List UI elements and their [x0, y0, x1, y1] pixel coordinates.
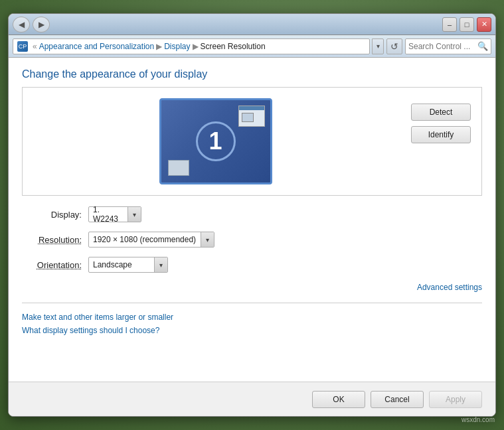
mini-window — [242, 113, 254, 122]
identify-button[interactable]: Identify — [411, 126, 471, 143]
page-title: Change the appearance of your display — [22, 68, 482, 80]
orientation-dropdown-arrow: ▾ — [154, 257, 167, 272]
window-controls: – □ ✕ — [442, 17, 491, 32]
page-header: Change the appearance of your display — [9, 58, 495, 87]
search-box: 🔍 — [405, 38, 491, 54]
resolution-dropdown[interactable]: 1920 × 1080 (recommended) ▾ — [88, 232, 214, 248]
advanced-link-container: Advanced settings — [9, 282, 495, 292]
breadcrumb-current: Screen Resolution — [201, 42, 266, 51]
breadcrumb-arrow-1: ▶ — [156, 42, 162, 51]
minimize-button[interactable]: – — [442, 17, 457, 32]
breadcrumb-arrow-2: ▶ — [193, 42, 199, 51]
refresh-button[interactable]: ↺ — [386, 38, 402, 54]
divider — [22, 303, 482, 303]
detect-button[interactable]: Detect — [411, 104, 471, 121]
title-bar-left: ◀ ▶ — [13, 17, 50, 33]
breadcrumb-separator-1: « — [33, 42, 37, 51]
address-bar: CP « Appearance and Personalization ▶ Di… — [9, 35, 495, 58]
orientation-setting-row: Orientation: Landscape ▾ — [22, 257, 482, 273]
cancel-button[interactable]: Cancel — [371, 391, 424, 408]
display-panel: 1 Detect Identify — [22, 87, 482, 196]
ok-button[interactable]: OK — [312, 391, 365, 408]
breadcrumb-appearance[interactable]: Appearance and Personalization — [39, 42, 154, 51]
detect-buttons-panel: Detect Identify — [411, 98, 471, 143]
display-label: Display: — [22, 210, 88, 220]
display-dropdown-arrow: ▾ — [127, 207, 141, 222]
title-bar: ◀ ▶ – □ ✕ — [9, 14, 495, 35]
watermark: wsxdn.com — [462, 416, 495, 423]
content-area: Change the appearance of your display 1 … — [9, 58, 495, 382]
help-links-section: Make text and other items larger or smal… — [9, 307, 495, 340]
search-input[interactable] — [408, 42, 475, 51]
mini-taskbar — [239, 106, 264, 110]
resolution-label: Resolution: — [22, 235, 88, 245]
advanced-settings-link[interactable]: Advanced settings — [417, 283, 482, 292]
address-dropdown-button[interactable]: ▾ — [372, 38, 384, 54]
display-setting-row: Display: 1. W2243 ▾ — [22, 206, 482, 222]
monitor-number: 1 — [196, 121, 236, 161]
display-value: 1. W2243 — [89, 205, 127, 224]
mini-screen-overlay — [238, 106, 265, 127]
forward-button[interactable]: ▶ — [33, 17, 50, 33]
orientation-value: Landscape — [89, 260, 154, 269]
resolution-dropdown-arrow: ▾ — [201, 232, 214, 247]
close-button[interactable]: ✕ — [477, 17, 491, 32]
control-panel-icon: CP — [17, 41, 28, 52]
back-button[interactable]: ◀ — [13, 17, 30, 33]
monitor-preview: 1 — [159, 98, 272, 184]
orientation-dropdown[interactable]: Landscape ▾ — [88, 257, 168, 273]
display-dropdown[interactable]: 1. W2243 ▾ — [88, 206, 141, 222]
apply-button[interactable]: Apply — [429, 391, 482, 408]
maximize-button[interactable]: □ — [460, 17, 474, 32]
resolution-value: 1920 × 1080 (recommended) — [89, 235, 201, 244]
help-link-2[interactable]: What display settings should I choose? — [22, 326, 482, 335]
settings-section: Display: 1. W2243 ▾ Resolution: 1920 × 1… — [9, 196, 495, 282]
bottom-bar: OK Cancel Apply — [9, 382, 495, 416]
main-window: ◀ ▶ – □ ✕ CP « Appearance and Personaliz… — [8, 13, 496, 417]
breadcrumb-display[interactable]: Display — [164, 42, 190, 51]
resolution-setting-row: Resolution: 1920 × 1080 (recommended) ▾ — [22, 232, 482, 248]
orientation-label: Orientation: — [22, 260, 88, 270]
monitor-container: 1 — [33, 98, 398, 184]
mini-screen-2 — [168, 160, 189, 176]
search-icon[interactable]: 🔍 — [477, 41, 488, 51]
breadcrumb-path[interactable]: CP « Appearance and Personalization ▶ Di… — [13, 38, 370, 54]
help-link-1[interactable]: Make text and other items larger or smal… — [22, 313, 482, 322]
